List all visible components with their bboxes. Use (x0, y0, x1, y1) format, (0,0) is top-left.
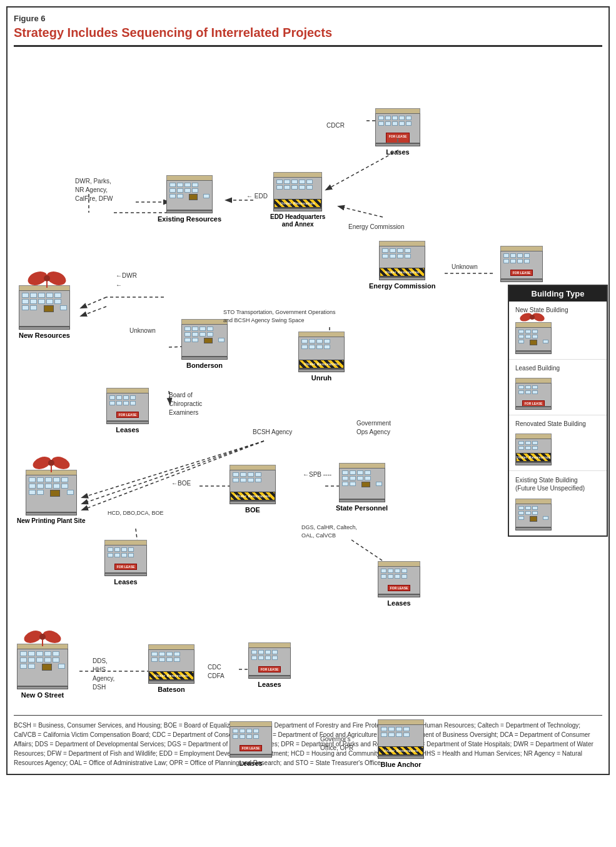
building-existing-resources: Existing Resources (158, 175, 221, 223)
building-bonderson: Bonderson (181, 319, 228, 370)
legend-item-new: New State Building (509, 302, 607, 360)
building-bateson: Under Renovation Bateson (148, 644, 194, 694)
label-sto: STO Transportation, Government Operation… (223, 308, 335, 324)
legend-ribbon (518, 311, 547, 323)
label-dwr2: ← (116, 281, 122, 288)
ribbon-bow-o-street (22, 627, 66, 646)
svg-text:Unknown: Unknown (452, 263, 478, 270)
label-dds-hhs: DDS,HHSAgency,DSH (93, 657, 114, 692)
label-dwr-parks: DWR, Parks,NR Agency,CalFire, DFW (75, 177, 113, 203)
building-state-personnel: State Personnel (336, 463, 388, 512)
label-dwr: ←DWR (116, 272, 137, 279)
building-edd-hq: Under Renovation EDD Headquartersand Ann… (270, 172, 325, 228)
svg-line-9 (81, 297, 106, 308)
building-new-o-street: New O Street (17, 640, 68, 699)
svg-line-11 (81, 307, 106, 316)
building-cdcr-leases: FOR LEASE Leases (375, 108, 420, 156)
footnote: BCSH = Business, Consumer Services, and … (14, 715, 602, 768)
ribbon-bow-new-resources (25, 269, 69, 288)
building-bottom-leases: FOR LEASE Leases (230, 721, 272, 768)
building-new-resources: New Resources (19, 281, 70, 340)
label-boe-arrow: ←BOE (171, 480, 191, 487)
ribbon-bow-print (31, 454, 74, 472)
figure-title: Strategy Includes Sequencing of Interrel… (14, 26, 602, 47)
label-cdcr: CDCR (326, 122, 345, 129)
label-unknown1: Unknown (129, 327, 156, 334)
label-cdc-cdfa: CDCCDFA (208, 663, 225, 681)
label-energy-comm-arrow: Energy Commission (348, 223, 404, 230)
svg-point-38 (39, 634, 46, 640)
building-boe: Under Renovation BOE (230, 465, 276, 514)
page-container: Figure 6 Strategy Includes Sequencing of… (6, 6, 610, 775)
legend-item-existing: Existing State Building(Future Use Unspe… (509, 471, 607, 535)
building-new-print: New Printing Plant Site (17, 466, 85, 525)
svg-point-28 (44, 275, 50, 281)
label-spb: ←SPB ---- (303, 471, 331, 478)
building-dgs-leases: FOR LEASE Leases (378, 561, 420, 607)
building-board-chiro-leases: FOR LEASE Leases (106, 388, 149, 434)
label-gov-ops: GovernmentOps Agency (356, 419, 391, 437)
building-hcd-leases: FOR LEASE Leases (104, 540, 147, 586)
building-cdc-leases: FOR LEASE Leases (248, 642, 291, 689)
svg-point-43 (530, 315, 535, 320)
legend-title: Building Type (509, 286, 607, 302)
building-unruh: Under Renovation Unruh (298, 332, 345, 382)
label-bcsh: BCSH Agency (253, 429, 292, 435)
label-board-chiro: Board ofChiropracticExaminers (169, 391, 202, 417)
label-hcd-dbo: HCD, DBO,DCA, BOE (108, 510, 164, 516)
legend-item-lease: Leased Building FOR LEASE (509, 360, 607, 415)
building-energy-comm: Under Renovation Energy Commission (369, 241, 435, 290)
svg-line-6 (339, 206, 383, 217)
legend-item-renovation: Renovated State Building Under Renovatio… (509, 415, 607, 471)
building-blue-anchor: Under Renovation Blue Anchor (378, 719, 424, 769)
label-governors: Governor'sOffice, OPR (320, 735, 353, 753)
figure-label: Figure 6 (14, 14, 602, 23)
diagram-area: Unknown (14, 53, 614, 710)
svg-point-33 (48, 460, 54, 466)
label-dgs-calhr: DGS, CalHR, Caltech,OAL, CalVCB (301, 524, 357, 539)
label-edd: ← EDD (246, 193, 268, 200)
legend-box: Building Type New State Building (508, 285, 608, 537)
